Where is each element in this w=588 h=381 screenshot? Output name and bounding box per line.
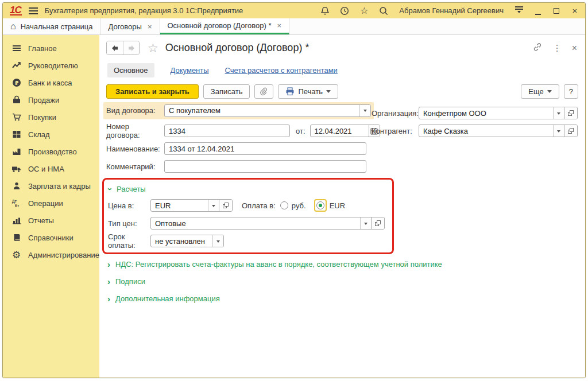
more-menu-icon[interactable]: ⋮ (553, 43, 562, 53)
forward-button[interactable] (123, 41, 139, 55)
sidebar-item-operacii[interactable]: ДтКт Операции (3, 195, 99, 212)
more-actions-button[interactable]: Еще (521, 84, 559, 99)
window-title: Бухгалтерия предприятия, редакция 3.0 1С… (45, 6, 243, 15)
sidebar-item-administrirovanie[interactable]: ⚙ Администрирование (3, 246, 99, 263)
name-label: Наименование: (106, 145, 164, 153)
sidebar-label: ОС и НМА (28, 165, 64, 173)
dropdown-arrow-icon[interactable] (553, 107, 564, 119)
main-menu-icon[interactable] (29, 6, 38, 16)
help-button[interactable]: ? (564, 84, 578, 99)
section-nds-toggle[interactable]: › НДС: Регистрировать счета-фактуры на а… (107, 260, 578, 269)
svg-text:Кт: Кт (15, 204, 19, 208)
get-link-icon[interactable] (532, 42, 543, 54)
sidebar-label: Операции (28, 199, 63, 208)
sidebar-item-bank-kassa[interactable]: ₽ Банк и касса (3, 74, 99, 91)
sidebar-item-rukovoditelyu[interactable]: Руководителю (3, 57, 99, 74)
price-type-combobox[interactable]: Оптовые (150, 217, 385, 230)
sidebar-label: Администрирование (28, 251, 99, 259)
print-button[interactable]: Печать (278, 84, 338, 99)
cart-icon (11, 112, 21, 122)
open-org-icon[interactable] (564, 107, 577, 119)
pay-in-label: Оплата в: (242, 201, 276, 210)
close-window-button[interactable]: × (570, 6, 579, 15)
org-combobox[interactable]: Конфетпром ООО (419, 107, 578, 119)
raschety-section-toggle[interactable]: › Расчеты (109, 185, 386, 193)
close-tab-icon[interactable]: × (277, 21, 281, 30)
sidebar-item-pokupki[interactable]: Покупки (3, 108, 99, 126)
open-currency-icon[interactable] (219, 200, 232, 211)
book-icon (11, 233, 21, 243)
vid-value: С покупателем (165, 105, 359, 116)
dropdown-arrow-icon[interactable] (359, 105, 370, 116)
chevron-down-icon (326, 90, 331, 95)
sidebar-label: Руководителю (28, 61, 78, 70)
sidebar-label: Зарплата и кадры (28, 182, 91, 190)
vid-combobox[interactable]: С покупателем (164, 104, 371, 117)
save-and-close-button[interactable]: Записать и закрыть (106, 84, 199, 99)
favorite-star-icon[interactable]: ☆ (148, 42, 158, 54)
current-user[interactable]: Абрамов Геннадий Сергеевич (399, 6, 504, 15)
sidebar-label: Продажи (28, 96, 59, 104)
open-contragent-icon[interactable] (564, 125, 577, 137)
pay-rub-radio[interactable]: руб. (280, 201, 314, 210)
favorites-star-icon[interactable]: ☆ (359, 6, 369, 16)
tab-osnovnoy-dogovor[interactable]: Основной договор (Договор) * × (160, 18, 290, 34)
dt-kt-icon: ДтКт (11, 199, 21, 208)
section-podpisi-toggle[interactable]: › Подписи (107, 277, 578, 286)
tab-label: Начальная страница (21, 22, 93, 31)
sidebar-item-zarplata-kadry[interactable]: Зарплата и кадры (3, 177, 99, 195)
tab-osnovnoe[interactable]: Основное (107, 63, 154, 77)
dropdown-arrow-icon[interactable] (360, 217, 371, 229)
minimize-button[interactable] (533, 6, 543, 15)
focus-ring (314, 199, 327, 212)
comment-label: Комментарий: (106, 162, 164, 171)
form-title: Основной договор (Договор) * (165, 42, 310, 54)
pay-eur-radio[interactable]: EUR (314, 199, 345, 212)
tab-dogovory[interactable]: Договоры × (100, 18, 160, 34)
section-nds-label: НДС: Регистрировать счета-фактуры на ава… (115, 260, 442, 269)
attachments-button[interactable] (254, 84, 273, 99)
maximize-button[interactable] (552, 6, 561, 15)
radio-icon (280, 201, 288, 209)
open-price-type-icon[interactable] (371, 217, 384, 229)
tab-dokumenty[interactable]: Документы (171, 66, 209, 75)
sidebar-item-prodazhi[interactable]: Продажи (3, 91, 99, 108)
close-tab-icon[interactable]: × (148, 22, 152, 31)
form-fields: Организация: Конфетпром ООО Контрагент: … (106, 107, 578, 303)
tab-home[interactable]: ⌂ Начальная страница (3, 18, 100, 34)
tab-scheta-raschetov[interactable]: Счета расчетов с контрагентами (225, 66, 338, 75)
form-navigation: Основное Документы Счета расчетов с конт… (107, 63, 578, 77)
close-form-icon[interactable]: × (572, 43, 577, 53)
date-field[interactable]: 12.04.2021 (310, 125, 380, 137)
back-button[interactable] (107, 41, 123, 55)
sidebar-item-sklad[interactable]: Склад (3, 126, 99, 143)
history-icon[interactable] (339, 6, 350, 16)
notifications-bell-icon[interactable] (320, 6, 330, 16)
contragent-combobox[interactable]: Кафе Сказка (419, 125, 578, 137)
name-input[interactable] (164, 142, 366, 155)
sidebar-item-os-nma[interactable]: ОС и НМА (3, 160, 99, 177)
org-label: Организация: (372, 109, 419, 118)
comment-input[interactable] (164, 160, 366, 173)
search-icon[interactable] (378, 6, 389, 16)
sidebar-item-proizvodstvo[interactable]: Производство (3, 143, 99, 160)
section-podpisi-label: Подписи (115, 277, 145, 286)
sidebar-item-spravochniki[interactable]: Справочники (3, 229, 99, 246)
bag-icon (11, 95, 21, 105)
chevron-down-icon: › (106, 188, 115, 190)
sidebar-item-glavnoe[interactable]: Главное (3, 40, 99, 57)
price-currency-label: Цена в: (108, 201, 150, 210)
dropdown-arrow-icon[interactable] (212, 235, 223, 247)
sidebar-label: Производство (28, 147, 77, 156)
raschety-title: Расчеты (117, 185, 146, 193)
due-date-combobox[interactable]: не установлен (150, 235, 224, 247)
section-dop-info-toggle[interactable]: › Дополнительная информация (107, 294, 578, 303)
chevron-right-icon: › (107, 294, 110, 303)
sidebar-item-otchety[interactable]: Отчеты (3, 212, 99, 229)
service-menu-icon[interactable] (514, 6, 524, 15)
price-currency-combobox[interactable]: EUR (150, 199, 233, 212)
dropdown-arrow-icon[interactable] (553, 125, 564, 137)
number-input[interactable] (164, 125, 290, 137)
dropdown-arrow-icon[interactable] (208, 200, 219, 211)
save-button[interactable]: Записать (203, 84, 250, 99)
